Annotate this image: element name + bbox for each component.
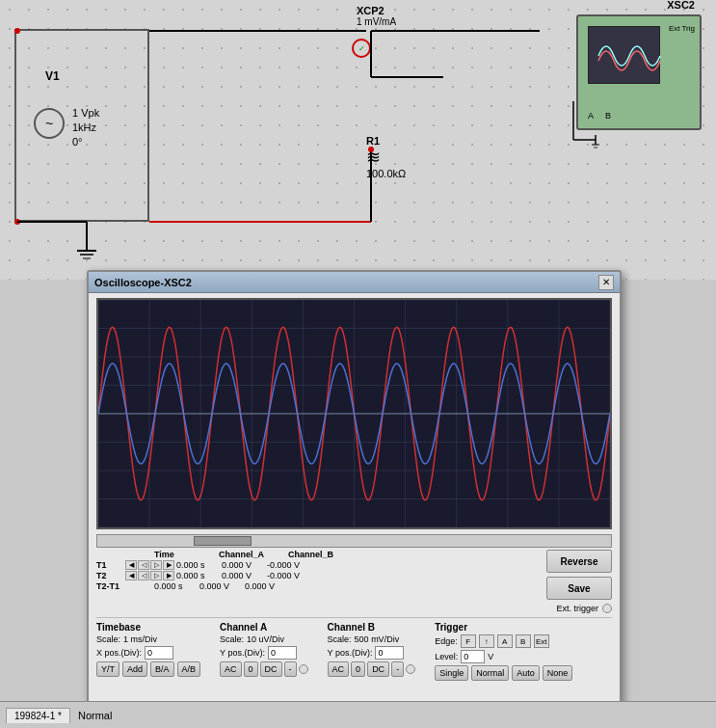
ext-trigger-indicator (602, 604, 612, 613)
trigger-normal-button[interactable]: Normal (471, 665, 509, 681)
channel-b-minus-button[interactable]: - (391, 661, 404, 677)
xsc2-screen (588, 26, 660, 84)
t2t1-row: T2-T1 0.000 s 0.000 V 0.000 V (96, 581, 539, 591)
t1-channel-a: 0.000 V (222, 560, 265, 570)
channel-a-section: Channel A Scale: 10 uV/Div Y pos.(Div): … (220, 622, 308, 677)
t1-row: T1 ◀ ◁ ▷ ▶ 0.000 s 0.000 V -0.000 V (96, 560, 539, 570)
trigger-single-button[interactable]: Single (435, 665, 468, 681)
channel-a-scale-label: Scale: (220, 634, 244, 644)
t2t1-time: 0.000 s (154, 581, 198, 591)
t2-row: T2 ◀ ◁ ▷ ▶ 0.000 s 0.000 V -0.000 V (96, 571, 539, 580)
t2-next-btn[interactable]: ▶ (163, 571, 174, 580)
trigger-edge-a[interactable]: A (497, 634, 513, 648)
trigger-edge-t[interactable]: ↑ (479, 634, 494, 648)
channel-a-radio[interactable] (299, 664, 308, 674)
xcp2-label: XCP2 (357, 5, 396, 16)
channel-a-ypos-input[interactable] (268, 646, 297, 660)
channel-a-zero-button[interactable]: 0 (244, 661, 258, 677)
ab-button[interactable]: A/B (177, 661, 201, 677)
t1-time: 0.000 s (176, 560, 220, 570)
trigger-level-label: Level: (435, 652, 458, 661)
t1-prev-btn[interactable]: ◀ (125, 560, 137, 570)
channel-b-radio[interactable] (406, 664, 415, 674)
measurements-header: Time Channel_A Channel_B (96, 550, 539, 559)
timebase-section: Timebase Scale: 1 ms/Div X pos.(Div): Y/… (96, 622, 200, 677)
channel-a-ac-button[interactable]: AC (220, 661, 242, 677)
measurements-table: Time Channel_A Channel_B T1 ◀ ◁ ▷ ▶ 0.00… (96, 550, 539, 592)
channel-b-ac-button[interactable]: AC (328, 661, 350, 677)
save-button[interactable]: Save (546, 577, 612, 600)
t2-channel-b: -0.000 V (267, 571, 310, 580)
xsc2-component: XSC2 Ext Trig A B (576, 14, 702, 130)
channel-a-dc-button[interactable]: DC (260, 661, 282, 677)
circuit-area: V1 ~ 1 Vpk 1kHz 0° XCP2 1 mV/mA ✓ R1 ≋ 1… (0, 0, 716, 280)
timebase-title: Timebase (96, 622, 200, 633)
r1-component: R1 ≋ 100.0kΩ (366, 135, 406, 179)
reverse-button[interactable]: Reverse (546, 550, 612, 573)
timebase-scale-value: 1 ms/Div (123, 634, 157, 644)
channel-a-scale-value: 10 uV/Div (247, 634, 284, 644)
v1-source-symbol: ~ (34, 108, 65, 139)
timebase-xpos-input[interactable] (145, 646, 173, 660)
waveform-canvas (98, 300, 610, 527)
t1-left-btn[interactable]: ◁ (138, 560, 149, 570)
col-time-header: Time (154, 550, 217, 559)
t2-channel-a: 0.000 V (222, 571, 265, 580)
trigger-title: Trigger (435, 622, 572, 633)
channel-b-zero-button[interactable]: 0 (351, 661, 365, 677)
add-button[interactable]: Add (122, 661, 147, 677)
v1-specs: 1 Vpk 1kHz 0° (72, 106, 99, 149)
t2t1-label: T2-T1 (96, 581, 123, 591)
t2-left-btn[interactable]: ◁ (138, 571, 149, 580)
channel-b-scale-label: Scale: (328, 634, 352, 644)
oscilloscope-title: Oscilloscope-XSC2 (94, 277, 192, 288)
trigger-section: Trigger Edge: F ↑ A B Ext Level: V Singl… (435, 622, 572, 681)
channel-a-ypos-label: Y pos.(Div): (220, 648, 265, 658)
channel-b-title: Channel B (328, 622, 416, 633)
channel-a-title: Channel A (220, 622, 308, 633)
yt-button[interactable]: Y/T (96, 661, 119, 677)
xcp2-component: XCP2 1 mV/mA ✓ (357, 5, 396, 27)
t1-label: T1 (96, 560, 123, 570)
v1-component: V1 ~ 1 Vpk 1kHz 0° (14, 29, 149, 222)
trigger-none-button[interactable]: None (543, 665, 573, 681)
t2-right-btn[interactable]: ▷ (150, 571, 162, 580)
v1-label: V1 (45, 69, 60, 83)
r1-value: 100.0kΩ (366, 168, 406, 179)
t1-channel-b: -0.000 V (267, 560, 310, 570)
channel-b-scale-value: 500 mV/Div (355, 634, 400, 644)
timebase-xpos-label: X pos.(Div): (96, 648, 142, 658)
trigger-edge-f[interactable]: F (461, 634, 476, 648)
timebase-scale-label: Scale: (96, 634, 120, 644)
oscilloscope-close-button[interactable]: ✕ (598, 275, 614, 290)
t2-nav: ◀ ◁ ▷ ▶ (125, 571, 174, 580)
oscilloscope-screen (96, 298, 612, 529)
oscilloscope-window: Oscilloscope-XSC2 ✕ Time Channel_A Chann… (87, 270, 622, 723)
trigger-level-unit: V (488, 652, 493, 661)
ba-button[interactable]: B/A (150, 661, 174, 677)
trigger-edge-ext[interactable]: Ext (534, 634, 549, 648)
channel-b-ypos-input[interactable] (375, 646, 404, 660)
oscilloscope-scroll-thumb[interactable] (194, 536, 252, 546)
r1-label: R1 (366, 135, 406, 147)
trigger-level-input[interactable] (461, 650, 485, 663)
oscilloscope-scrollbar[interactable] (96, 534, 612, 548)
channel-b-ypos-label: Y pos.(Div): (328, 648, 373, 658)
xcp2-probe: ✓ (352, 39, 371, 58)
channel-a-minus-button[interactable]: - (284, 661, 297, 677)
trigger-auto-button[interactable]: Auto (512, 665, 540, 681)
xsc2-label: XSC2 (667, 0, 695, 11)
ext-trigger-label: Ext. trigger (556, 604, 598, 613)
xsc2-ext-label: Ext Trig (669, 24, 695, 33)
t2-prev-btn[interactable]: ◀ (125, 571, 137, 580)
t1-next-btn[interactable]: ▶ (163, 560, 174, 570)
channel-b-dc-button[interactable]: DC (367, 661, 389, 677)
trigger-edge-b[interactable]: B (516, 634, 531, 648)
tab-199824[interactable]: 199824-1 * (6, 708, 70, 723)
xcp2-sub: 1 mV/mA (357, 16, 396, 27)
statusbar: 199824-1 * Normal (0, 701, 716, 728)
t2t1-channel-b: 0.000 V (245, 581, 288, 591)
measurements-row: Time Channel_A Channel_B T1 ◀ ◁ ▷ ▶ 0.00… (96, 550, 612, 613)
t2-label: T2 (96, 571, 123, 580)
t1-right-btn[interactable]: ▷ (150, 560, 162, 570)
